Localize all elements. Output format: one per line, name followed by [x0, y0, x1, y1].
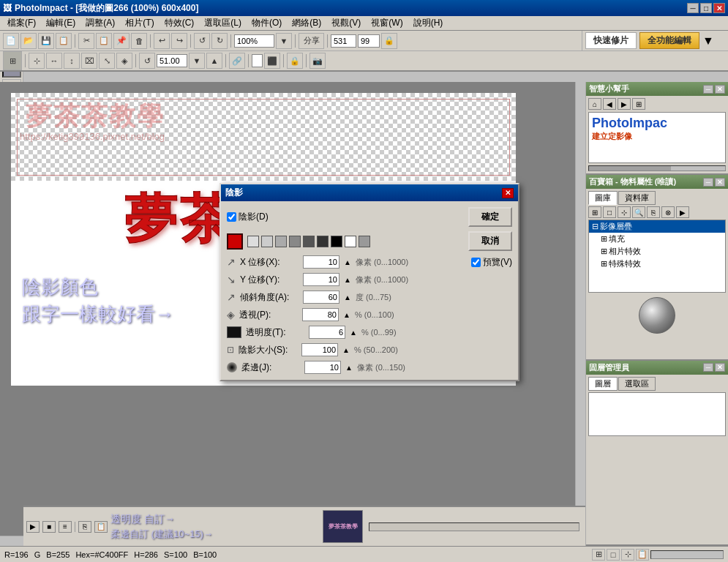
rotate-input[interactable] [157, 54, 187, 67]
timeline-copy[interactable]: ⎘ [78, 521, 91, 533]
lock-btn[interactable]: 🔒 [287, 53, 303, 69]
close-button[interactable]: ✕ [713, 3, 725, 13]
timeline-stop[interactable]: ■ [42, 521, 56, 533]
blur-input[interactable] [304, 361, 341, 374]
size-spinner-up[interactable]: ▲ [342, 346, 350, 354]
intensity-spinner-up[interactable]: ▲ [350, 329, 357, 337]
obj-tree-item-photo[interactable]: ⊞ 相片特效 [589, 245, 725, 258]
smart-print[interactable]: ⊞ [632, 98, 645, 110]
obj-tab-library[interactable]: 圖庫 [588, 191, 618, 205]
menu-window[interactable]: 視窗(W) [367, 16, 407, 30]
swatch-6[interactable] [317, 236, 329, 247]
layer-panel-close[interactable]: ✕ [715, 363, 725, 372]
swatch-5[interactable] [303, 236, 315, 247]
minimize-button[interactable]: ─ [687, 3, 699, 13]
selection-tool[interactable]: ⊞ [3, 51, 22, 70]
quick-dropdown[interactable]: ▼ [702, 34, 714, 48]
status-icon3[interactable]: ⊹ [621, 549, 634, 561]
rotate-left[interactable]: ↺ [194, 33, 210, 49]
cancel-button[interactable]: 取消 [468, 231, 512, 251]
menu-adjust[interactable]: 調整(A) [81, 16, 119, 30]
smart-forward[interactable]: ▶ [618, 98, 631, 110]
menu-effect[interactable]: 特效(C) [160, 16, 199, 30]
empty-input[interactable] [252, 54, 263, 67]
rotate-dropdown[interactable]: ▼ [189, 53, 205, 69]
blur-spinner-up[interactable]: ▲ [345, 364, 353, 372]
obj-panel-close[interactable]: ✕ [715, 178, 725, 187]
dialog-close[interactable]: ✕ [502, 188, 514, 198]
size-input[interactable] [301, 343, 338, 356]
fast-edit-button[interactable]: 快速修片 [585, 32, 637, 49]
layer-tab2[interactable]: 選取區 [618, 377, 656, 391]
swatch-4[interactable] [289, 236, 301, 247]
intensity-color[interactable] [227, 326, 241, 338]
full-edit-button[interactable]: 全功能編輯 [639, 32, 699, 49]
timeline-play[interactable]: ▶ [26, 521, 40, 533]
menu-select[interactable]: 選取區(L) [200, 16, 246, 30]
opacity-input[interactable] [302, 308, 339, 321]
menu-photo[interactable]: 相片(T) [121, 16, 158, 30]
menu-file[interactable]: 檔案(F) [3, 16, 40, 30]
shadow-checkbox-label[interactable]: 陰影(D) [227, 211, 269, 223]
timeline-scroll[interactable] [369, 522, 579, 531]
flip-h[interactable]: ↔ [46, 53, 62, 69]
x-spinner-up[interactable]: ▲ [344, 258, 351, 266]
copy-button[interactable]: 📋 [96, 33, 112, 49]
transform-tool[interactable]: ⊹ [29, 53, 45, 69]
menu-edit[interactable]: 編輯(E) [42, 16, 80, 30]
paste-button[interactable]: 📌 [113, 33, 130, 49]
menu-object[interactable]: 物件(O) [247, 16, 286, 30]
zoom-dropdown[interactable]: ▼ [276, 33, 292, 49]
obj-panel-min[interactable]: ─ [703, 178, 713, 187]
smart-panel-close[interactable]: ✕ [715, 85, 725, 94]
obj-tree-item-layer[interactable]: ⊟ 影像層疊 [589, 220, 725, 233]
timeline-paste[interactable]: 📋 [94, 521, 108, 533]
obj-tb-6[interactable]: ⊗ [661, 206, 675, 218]
swatch-8[interactable] [345, 236, 356, 247]
obj-tb-7[interactable]: ▶ [676, 206, 689, 218]
zoom-input[interactable] [234, 34, 274, 48]
ok-button[interactable]: 確定 [468, 207, 512, 227]
swatch-3[interactable] [275, 236, 287, 247]
save-button[interactable]: 💾 [38, 33, 54, 49]
swatch-1[interactable] [247, 236, 259, 247]
rotate-right[interactable]: ↻ [211, 33, 228, 49]
obj-tb-2[interactable]: □ [603, 206, 616, 218]
undo-button[interactable]: ↩ [154, 33, 170, 49]
camera-btn[interactable]: 📷 [309, 53, 326, 69]
obj-tree-item-special[interactable]: ⊞ 特殊特效 [589, 258, 725, 270]
menu-help[interactable]: 說明(H) [409, 16, 448, 30]
y-input[interactable] [303, 273, 339, 286]
obj-tb-4[interactable]: 🔍 [632, 206, 645, 218]
save2-button[interactable]: 📋 [56, 33, 72, 49]
angle-spinner-up[interactable]: ▲ [344, 293, 351, 301]
smart-back[interactable]: ◀ [603, 98, 616, 110]
intensity-input[interactable] [309, 326, 345, 339]
status-icon2[interactable]: □ [607, 549, 620, 561]
x-input[interactable] [303, 255, 339, 269]
rotate-tool[interactable]: ↺ [139, 53, 155, 69]
angle-input[interactable] [303, 291, 339, 304]
delete-button[interactable]: 🗑 [131, 33, 147, 49]
y-spinner-up[interactable]: ▲ [344, 276, 351, 284]
preview-checkbox[interactable]: 預覽(V) [471, 256, 512, 269]
preview-cb[interactable] [471, 258, 481, 267]
swatch-9[interactable] [359, 236, 370, 247]
redo-button[interactable]: ↪ [171, 33, 187, 49]
layer-panel-min[interactable]: ─ [703, 363, 713, 372]
swatch-7[interactable] [331, 236, 342, 247]
menu-view[interactable]: 視觀(V) [327, 16, 365, 30]
layer-tab1[interactable]: 圖層 [588, 377, 618, 391]
counter1-input[interactable] [331, 34, 356, 48]
obj-tb-1[interactable]: ⊞ [588, 206, 601, 218]
smart-home[interactable]: ⌂ [588, 98, 601, 110]
counter2-input[interactable] [358, 34, 380, 48]
crop-tool[interactable]: ⌧ [81, 53, 97, 69]
link-tool[interactable]: 🔗 [229, 53, 245, 69]
shadow-checkbox[interactable] [227, 212, 236, 222]
status-icon4[interactable]: 📋 [636, 549, 649, 561]
opacity-spinner-up[interactable]: ▲ [343, 311, 350, 319]
active-color-swatch[interactable] [227, 233, 243, 250]
v-scrollbar[interactable] [575, 82, 585, 536]
obj-tab-db[interactable]: 資料庫 [618, 191, 656, 205]
